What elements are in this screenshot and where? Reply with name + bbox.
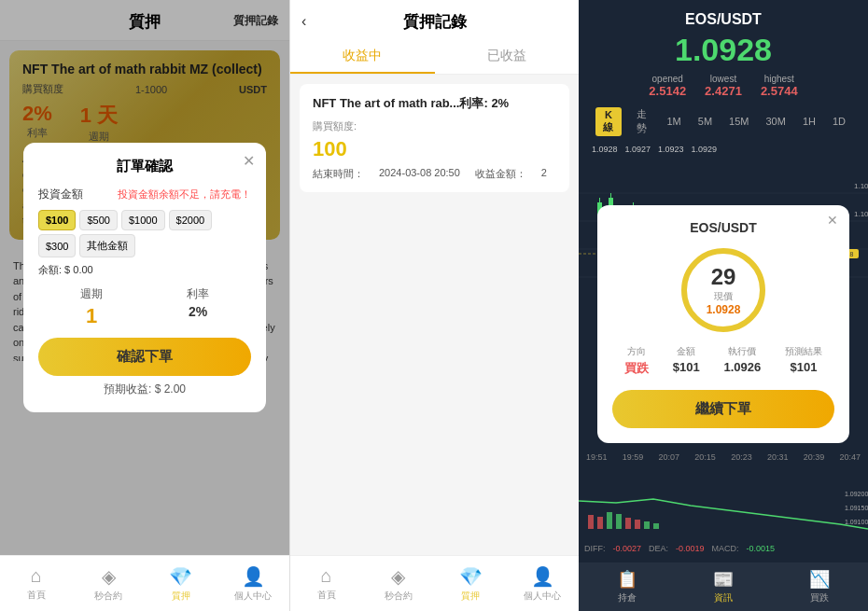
svg-text:1.10780: 1.10780 [854, 182, 868, 190]
stat-opened: opened 2.5142 [649, 74, 686, 98]
svg-rect-37 [588, 515, 594, 529]
amount-label: 金額 [673, 345, 700, 358]
trade-pair: EOS/USDT [612, 220, 834, 235]
svg-text:1.09150: 1.09150 [845, 505, 868, 511]
time-2: 19:59 [623, 452, 644, 462]
trade-current-label: 現價 [714, 290, 733, 303]
modal-period-rate: 週期 1 利率 2% [38, 286, 251, 328]
p3-header: EOS/USDT 1.0928 opened 2.5142 lowest 2.4… [579, 0, 868, 165]
tf-1m[interactable]: 1M [662, 114, 687, 129]
nav2-profile[interactable]: 👤 個人中心 [507, 565, 579, 603]
nav2-home[interactable]: ⌂ 首頁 [290, 565, 362, 602]
amount-btn-other[interactable]: 其他金額 [79, 234, 135, 257]
trade-modal-close[interactable]: ✕ [827, 213, 838, 228]
svg-text:1.10700: 1.10700 [854, 210, 868, 218]
panel-pledge-records: ‹ 質押記錄 收益中 已收益 NFT The art of math rab..… [289, 0, 579, 611]
nav2-pledge[interactable]: 💎 質押 [435, 565, 507, 603]
pledge-item-header: NFT The art of math rab...利率: 2% [313, 95, 556, 112]
svg-rect-43 [644, 521, 650, 529]
time-8: 20:47 [839, 452, 861, 462]
info-label: 資訊 [714, 591, 733, 604]
svg-rect-41 [625, 518, 631, 529]
p3-nav-positions[interactable]: 📋 持倉 [579, 562, 675, 611]
panel2-header: ‹ 質押記錄 收益中 已收益 [290, 0, 579, 75]
nav-home-label: 首頁 [27, 589, 46, 602]
order-modal: ✕ 訂單確認 投資金額 投資金額余額不足，請充電！ $100 $500 $100… [23, 143, 266, 412]
macd-chart-area: 19:51 19:59 20:07 20:15 20:23 20:31 20:3… [579, 451, 868, 562]
time-1: 19:51 [586, 452, 608, 462]
trade-expected: 預測結果 $101 [785, 345, 822, 377]
exec-price-label: 執行價 [723, 345, 761, 358]
info-icon: 📰 [713, 569, 734, 590]
amount-btn-300[interactable]: $300 [38, 234, 76, 257]
profit-label: 收益金額： [475, 167, 526, 181]
period-label: 週期 [38, 286, 145, 302]
trade-info-row: 方向 買跌 金額 $101 執行價 1.0926 預測結果 $101 [612, 345, 834, 377]
highest-value: 2.5744 [761, 84, 798, 98]
tf-1d[interactable]: 1D [827, 114, 851, 129]
rate-label: 利率 [145, 286, 251, 302]
p3-nav-sell[interactable]: 📉 買跌 [772, 562, 868, 611]
panel-trading: EOS/USDT 1.0928 opened 2.5142 lowest 2.4… [579, 0, 868, 611]
confirm-order-btn[interactable]: 確認下單 [38, 338, 251, 376]
nav-profile[interactable]: 👤 個人中心 [217, 565, 290, 603]
macd-row: DIFF: -0.0027 DEA: -0.0019 MACD: -0.0015 [579, 542, 868, 555]
panel2-title: 質押記錄 [290, 11, 579, 33]
tf-trend[interactable]: 走勢 [627, 105, 656, 137]
nav2-contract-label: 秒合約 [385, 590, 413, 603]
amount-options: $100 $500 $1000 $2000 $300 其他金額 [38, 210, 251, 257]
tf-15m[interactable]: 15M [723, 114, 754, 129]
time-6: 20:31 [767, 452, 789, 462]
nav-home[interactable]: ⌂ 首頁 [0, 565, 73, 602]
trade-value: 29 [711, 264, 736, 290]
nav-profile-label: 個人中心 [234, 590, 272, 603]
modal-close-btn[interactable]: ✕ [243, 152, 255, 170]
trading-price: 1.0928 [592, 32, 855, 68]
panel-pledge: 質押 質押記錄 NFT The art of math rabbit MZ (c… [0, 0, 289, 611]
nav2-contract[interactable]: ◈ 秒合約 [362, 565, 434, 603]
profit-value: 2 [541, 167, 547, 181]
trade-current-price: 1.0928 [707, 303, 741, 316]
nav2-home-label: 首頁 [317, 589, 336, 602]
nav-contract[interactable]: ◈ 秒合約 [73, 565, 146, 603]
tabs-row: 收益中 已收益 [290, 40, 579, 74]
tf-kline[interactable]: K線 [595, 107, 622, 136]
nav-pledge[interactable]: 💎 質押 [145, 565, 217, 603]
svg-text:1.09200: 1.09200 [845, 491, 868, 497]
tf-1h[interactable]: 1H [797, 114, 821, 129]
svg-text:1.09100: 1.09100 [845, 519, 868, 525]
positions-label: 持倉 [618, 591, 637, 604]
stat-highest: highest 2.5744 [761, 74, 798, 98]
amount-btn-500[interactable]: $500 [79, 210, 117, 230]
end-row: 結束時間： 2024-03-08 20:50 收益金額： 2 [313, 167, 556, 181]
tab-earned[interactable]: 已收益 [435, 40, 580, 74]
p3-nav-info[interactable]: 📰 資訊 [675, 562, 771, 611]
price-label-4: 1.0929 [692, 145, 718, 154]
svg-rect-38 [597, 517, 603, 529]
pledge-icon: 💎 [169, 565, 192, 588]
dea-label: DEA: [649, 544, 668, 553]
back-arrow[interactable]: ‹ [301, 13, 306, 30]
end-time: 2024-03-08 20:50 [379, 167, 460, 181]
diff-label: DIFF: [584, 544, 606, 553]
svg-rect-39 [607, 512, 612, 529]
amount-btn-1000[interactable]: $1000 [121, 210, 165, 230]
panel2-bottom-nav: ⌂ 首頁 ◈ 秒合約 💎 質押 👤 個人中心 [290, 555, 579, 611]
trade-direction: 方向 買跌 [624, 345, 649, 377]
tf-30m[interactable]: 30M [760, 114, 791, 129]
period-value: 1 [38, 304, 145, 328]
time-labels: 19:51 19:59 20:07 20:15 20:23 20:31 20:3… [579, 451, 868, 464]
sell-label: 買跌 [810, 591, 829, 604]
purchase-label: 購買額度: [313, 119, 357, 133]
tf-5m[interactable]: 5M [693, 114, 718, 129]
opened-label: opened [649, 74, 686, 84]
lowest-value: 2.4271 [705, 84, 742, 98]
tab-earning[interactable]: 收益中 [290, 40, 435, 74]
amount-btn-100[interactable]: $100 [38, 210, 76, 230]
stat-lowest: lowest 2.4271 [705, 74, 742, 98]
trade-confirm-btn[interactable]: 繼續下單 [612, 390, 834, 428]
amount-btn-2000[interactable]: $2000 [169, 210, 213, 230]
p3-stats: opened 2.5142 lowest 2.4271 highest 2.57… [592, 74, 855, 98]
nav-pledge-label: 質押 [172, 590, 190, 603]
pledge-item: NFT The art of math rab...利率: 2% 購買額度: 1… [300, 84, 569, 192]
